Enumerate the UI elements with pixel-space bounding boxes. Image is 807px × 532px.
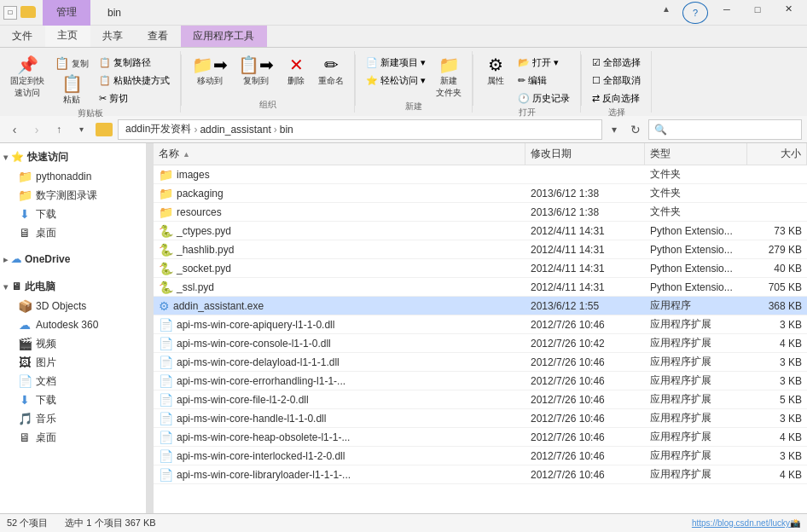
- search-input[interactable]: [671, 124, 798, 136]
- paste-btn[interactable]: 📋 粘贴: [51, 73, 92, 107]
- onedrive-header[interactable]: ▸ ☁ OneDrive: [0, 249, 153, 269]
- invert-icon: ⇄: [592, 93, 600, 104]
- folder-breadcrumb-icon: [96, 123, 113, 136]
- open-btn[interactable]: 📂 打开 ▾: [514, 55, 573, 71]
- file-type-cell: 文件夹: [645, 186, 747, 200]
- folder-icon-tb[interactable]: [20, 6, 36, 18]
- new-items: 📄 新建项目 ▾ ⭐ 轻松访问 ▾ 📁 新建文件夹: [363, 51, 465, 101]
- path-part-1[interactable]: addin开发资料: [125, 122, 191, 136]
- tab-view[interactable]: 查看: [136, 26, 181, 47]
- up-btn[interactable]: ↑: [49, 120, 68, 139]
- minimize-btn[interactable]: ─: [711, 0, 742, 20]
- sidebar-item-pythonaddin[interactable]: 📁 pythonaddin: [0, 167, 153, 186]
- video-label: 视频: [36, 337, 56, 351]
- table-row[interactable]: 📄 api-ms-win-core-delayload-l1-1-1.dll 2…: [154, 353, 807, 372]
- sidebar-item-3d[interactable]: 📦 3D Objects: [0, 297, 153, 315]
- paste-shortcut-icon: 📋: [99, 75, 111, 86]
- move-to-btn[interactable]: 📁➡ 移动到: [189, 55, 231, 89]
- table-row[interactable]: 📄 api-ms-win-core-file-l1-2-0.dll 2012/7…: [154, 390, 807, 409]
- save-icon[interactable]: □: [3, 6, 17, 20]
- properties-btn[interactable]: ⚙ 属性: [480, 55, 511, 89]
- col-header-date[interactable]: 修改日期: [525, 143, 645, 165]
- pin-to-quick-access-btn[interactable]: 📌 固定到快速访问: [7, 55, 48, 101]
- paste-shortcut-btn[interactable]: 📋 粘贴快捷方式: [96, 72, 173, 89]
- sidebar-item-download2[interactable]: ⬇ 下载: [0, 390, 153, 409]
- search-box[interactable]: 🔍: [648, 119, 802, 140]
- sidebar-item-desktop1[interactable]: 🖥 桌面: [0, 223, 153, 242]
- table-row[interactable]: 📄 api-ms-win-core-errorhandling-l1-1-...…: [154, 372, 807, 390]
- table-row[interactable]: 🐍 _socket.pyd 2012/4/11 14:31 Python Ext…: [154, 259, 807, 278]
- ribbon-group-new: 📄 新建项目 ▾ ⭐ 轻松访问 ▾ 📁 新建文件夹 新建: [356, 51, 473, 113]
- recent-btn[interactable]: ▾: [72, 120, 90, 139]
- back-btn[interactable]: ‹: [5, 120, 24, 139]
- forward-btn[interactable]: ›: [27, 120, 46, 139]
- tab-manage[interactable]: 管理: [43, 0, 90, 26]
- autodesk-label: Autodesk 360: [36, 319, 98, 331]
- sidebar-item-video[interactable]: 🎬 视频: [0, 334, 153, 353]
- path-part-2[interactable]: addin_assistant: [200, 124, 270, 136]
- table-row[interactable]: 🐍 _ssl.pyd 2012/4/11 14:31 Python Extens…: [154, 278, 807, 297]
- refresh-btn[interactable]: ↻: [626, 120, 645, 139]
- status-link[interactable]: https://blog.csdn.net/lucky📸: [692, 518, 800, 528]
- sidebar-item-pictures[interactable]: 🖼 图片: [0, 353, 153, 372]
- new-folder-btn[interactable]: 📁 新建文件夹: [433, 55, 465, 101]
- sidebar-item-download1[interactable]: ⬇ 下载: [0, 205, 153, 223]
- col-header-name[interactable]: 名称 ▲: [154, 143, 525, 165]
- deselect-all-btn[interactable]: ☐ 全部取消: [589, 72, 644, 89]
- invert-selection-btn[interactable]: ⇄ 反向选择: [589, 90, 644, 107]
- quick-access-header[interactable]: ▾ ⭐ 快速访问: [0, 147, 153, 167]
- file-type-icon: 📄: [159, 431, 173, 444]
- cut-btn[interactable]: ✂ 剪切: [96, 90, 173, 107]
- close-btn[interactable]: ✕: [773, 0, 804, 20]
- sidebar-item-desktop2[interactable]: 🖥 桌面: [0, 428, 153, 447]
- table-row[interactable]: 📄 api-ms-win-core-handle-l1-1-0.dll 2012…: [154, 409, 807, 428]
- rename-btn[interactable]: ✏ 重命名: [315, 55, 347, 89]
- table-row[interactable]: 📄 api-ms-win-core-heap-obsolete-l1-1-...…: [154, 428, 807, 447]
- address-path[interactable]: addin开发资料 › addin_assistant › bin: [118, 119, 602, 140]
- path-part-3[interactable]: bin: [280, 124, 293, 136]
- file-name: addin_assistant.exe: [173, 300, 264, 312]
- sidebar-item-autodesk[interactable]: ☁ Autodesk 360: [0, 315, 153, 334]
- thispc-header[interactable]: ▾ 🖥 此电脑: [0, 276, 153, 297]
- tab-home[interactable]: 主页: [45, 26, 90, 47]
- ribbon-collapse-btn[interactable]: ▲: [653, 0, 679, 20]
- table-row[interactable]: 📄 api-ms-win-core-apiquery-l1-1-0.dll 20…: [154, 315, 807, 334]
- maximize-btn[interactable]: □: [742, 0, 773, 20]
- select-all-btn[interactable]: ☑ 全部选择: [589, 55, 644, 71]
- help-btn[interactable]: ?: [682, 2, 708, 24]
- table-row[interactable]: 📁 packaging 2013/6/12 1:38 文件夹: [154, 184, 807, 203]
- pythonaddin-label: pythonaddin: [36, 171, 91, 182]
- col-header-type[interactable]: 类型: [645, 143, 747, 165]
- sidebar-item-docs[interactable]: 📄 文档: [0, 372, 153, 390]
- history-btn[interactable]: 🕐 历史记录: [514, 90, 573, 107]
- col-header-size[interactable]: 大小: [747, 143, 807, 165]
- table-row[interactable]: 📄 api-ms-win-core-interlocked-l1-2-0.dll…: [154, 447, 807, 466]
- table-row[interactable]: 📁 images 文件夹: [154, 165, 807, 184]
- sidebar-item-shuxue[interactable]: 📁 数字测图录课: [0, 186, 153, 205]
- copy-path-btn[interactable]: 📋 复制路径: [96, 55, 173, 71]
- delete-btn[interactable]: ✕ 删除: [281, 55, 311, 89]
- sidebar-item-music[interactable]: 🎵 音乐: [0, 409, 153, 428]
- copy-to-icon: 📋➡: [238, 56, 274, 73]
- table-row[interactable]: 🐍 _hashlib.pyd 2012/4/11 14:31 Python Ex…: [154, 240, 807, 259]
- tab-apptools[interactable]: 应用程序工具: [181, 26, 267, 47]
- table-row[interactable]: 📄 api-ms-win-core-console-l1-1-0.dll 201…: [154, 334, 807, 353]
- copy-btn[interactable]: 📋 复制: [51, 55, 92, 72]
- new-item-btn[interactable]: 📄 新建项目 ▾: [363, 55, 429, 71]
- path-dropdown[interactable]: ▾: [606, 124, 623, 136]
- tab-file[interactable]: 文件: [0, 26, 45, 47]
- open-col: 📂 打开 ▾ ✏ 编辑 🕐 历史记录: [514, 55, 573, 107]
- table-row[interactable]: 🐍 _ctypes.pyd 2012/4/11 14:31 Python Ext…: [154, 222, 807, 240]
- sidebar-scrollbar[interactable]: [146, 143, 153, 513]
- easy-access-btn[interactable]: ⭐ 轻松访问 ▾: [363, 72, 429, 89]
- file-name-cell: 🐍 _hashlib.pyd: [154, 243, 525, 257]
- file-type-cell: Python Extensio...: [645, 225, 747, 237]
- table-row[interactable]: 📄 api-ms-win-core-libraryloader-l1-1-1-.…: [154, 466, 807, 484]
- table-row[interactable]: 📁 resources 2013/6/12 1:38 文件夹: [154, 203, 807, 222]
- edit-btn[interactable]: ✏ 编辑: [514, 72, 573, 89]
- tab-share[interactable]: 共享: [90, 26, 136, 47]
- copy-to-btn[interactable]: 📋➡ 复制到: [235, 55, 277, 89]
- table-row[interactable]: ⚙ addin_assistant.exe 2013/6/12 1:55 应用程…: [154, 297, 807, 315]
- select-all-icon: ☑: [592, 57, 601, 68]
- tab-bin[interactable]: bin: [90, 0, 138, 26]
